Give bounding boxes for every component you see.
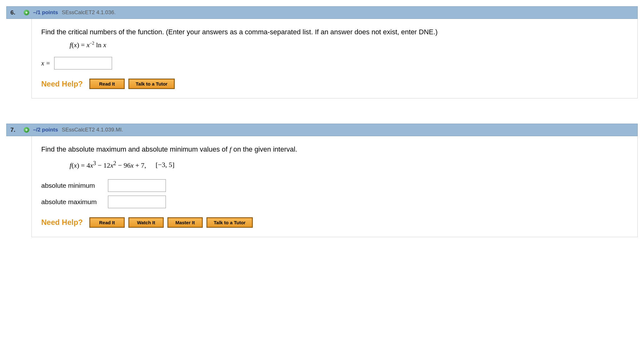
abs-max-label: absolute maximum: [41, 198, 104, 206]
need-help-row: Need Help? Read It Watch It Master It Ta…: [41, 218, 628, 227]
abs-min-input[interactable]: [108, 179, 166, 192]
answer-row-x: x =: [41, 57, 628, 70]
source-label: SEssCalcET2 4.1.039.MI.: [62, 127, 123, 133]
answer-row-min: absolute minimum: [41, 179, 628, 192]
need-help-label: Need Help?: [41, 80, 83, 88]
function-formula: f(x) = 4x3 − 12x2 − 96x + 7, [−3, 5]: [70, 160, 628, 170]
expand-icon[interactable]: +: [24, 10, 29, 15]
points-label[interactable]: –/2 points: [33, 127, 58, 133]
watch-it-button[interactable]: Watch It: [129, 218, 163, 227]
read-it-button[interactable]: Read It: [90, 79, 124, 89]
master-it-button[interactable]: Master It: [168, 218, 202, 227]
coef-c: 96: [124, 162, 131, 170]
talk-to-tutor-button[interactable]: Talk to a Tutor: [207, 218, 252, 227]
points-label[interactable]: –/1 points: [33, 9, 58, 16]
question-prompt: Find the absolute maximum and absolute m…: [41, 144, 628, 154]
question-header: 7. + –/2 points SEssCalcET2 4.1.039.MI.: [6, 124, 638, 136]
function-formula: f(x) = x−2 ln x: [70, 41, 628, 49]
question-7: 7. + –/2 points SEssCalcET2 4.1.039.MI. …: [6, 124, 638, 237]
question-number: 6.: [10, 9, 20, 16]
question-number: 7.: [10, 126, 20, 133]
question-6: 6. + –/1 points SEssCalcET2 4.1.036. Fin…: [6, 6, 638, 98]
question-prompt: Find the critical numbers of the functio…: [41, 27, 628, 37]
question-body: Find the absolute maximum and absolute m…: [31, 136, 638, 237]
need-help-row: Need Help? Read It Talk to a Tutor: [41, 79, 628, 89]
question-body: Find the critical numbers of the functio…: [31, 19, 638, 98]
expand-icon[interactable]: +: [24, 127, 29, 133]
coef-d: 7: [141, 162, 144, 170]
answer-input-x[interactable]: [54, 57, 112, 70]
talk-to-tutor-button[interactable]: Talk to a Tutor: [129, 79, 174, 89]
source-label: SEssCalcET2 4.1.036.: [62, 9, 116, 16]
question-header: 6. + –/1 points SEssCalcET2 4.1.036.: [6, 6, 638, 19]
read-it-button[interactable]: Read It: [90, 218, 124, 227]
coef-b: 12: [103, 162, 110, 170]
abs-max-input[interactable]: [108, 196, 166, 208]
abs-min-label: absolute minimum: [41, 182, 104, 189]
need-help-label: Need Help?: [41, 218, 83, 227]
answer-row-max: absolute maximum: [41, 196, 628, 208]
interval: [−3, 5]: [155, 161, 174, 169]
answer-label: x =: [41, 59, 50, 67]
